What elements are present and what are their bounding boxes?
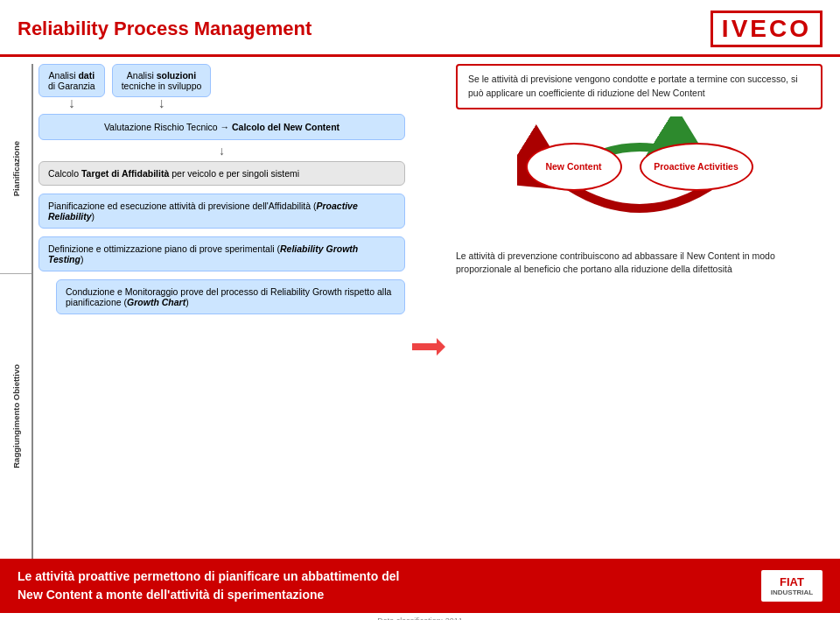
arrow-down-1: ↓ <box>68 95 75 111</box>
left-content: Analisi datidi Garanzia ↓ Analisi soluzi… <box>33 64 410 559</box>
bottom-desc-right: Le attività di prevenzione contribuiscon… <box>456 246 822 281</box>
analisi-soluzioni-box: Analisi soluzionitecniche in sviluppo <box>112 64 212 97</box>
calcolo-box: Calcolo Target di Affidabilità per veico… <box>38 161 405 186</box>
page-title: Reliability Process Management <box>18 18 312 40</box>
oval-proactive-activities: Proactive Activities <box>640 143 753 191</box>
conduzione-box: Conduzione e Monitoraggio prove del proc… <box>56 279 405 314</box>
analisi-soluzioni-wrap: Analisi soluzionitecniche in sviluppo ↓ <box>112 64 212 109</box>
data-classification: Data classification: 2011 <box>0 613 840 620</box>
definizione-box: Definizione e ottimizzazione piano di pr… <box>38 236 405 271</box>
right-panel: Se le attività di previsione vengono con… <box>447 64 831 559</box>
iveco-logo: IVECO <box>710 11 822 47</box>
bottom-banner-text: Le attività proattive permettono di pian… <box>18 567 761 604</box>
bottom-banner: Le attività proattive permettono di pian… <box>0 559 840 613</box>
sidebar-raggiungimento: Raggiungimento Obiettivo <box>0 274 32 559</box>
pianificazione-box: Pianificazione ed esecuzione attività di… <box>38 194 405 229</box>
oval-new-content: New Content <box>526 143 622 191</box>
desc-box: Se le attività di previsione vengono con… <box>456 64 822 109</box>
fiat-industrial-logo: FIAT INDUSTRIAL <box>761 570 822 602</box>
analisi-dati-wrap: Analisi datidi Garanzia ↓ <box>38 64 105 109</box>
main-arrow-right <box>410 134 447 559</box>
arrow-down-2: ↓ <box>158 95 165 111</box>
svg-marker-0 <box>412 338 445 356</box>
sidebar-labels: Pianificazione Raggiungimento Obiettivo <box>0 64 33 559</box>
arrow-down-3: ↓ <box>38 144 405 158</box>
diagram-area: New Content Proactive Activities <box>465 116 814 239</box>
valutazione-box: Valutazione Rischio Tecnico → Calcolo de… <box>38 114 405 140</box>
analisi-dati-box: Analisi datidi Garanzia <box>38 64 105 97</box>
sidebar-pianificazione: Pianificazione <box>0 64 32 274</box>
analisi-boxes-row: Analisi datidi Garanzia ↓ Analisi soluzi… <box>38 64 405 109</box>
circular-diagram: New Content Proactive Activities <box>517 116 762 239</box>
header: Reliability Process Management IVECO <box>0 0 840 57</box>
